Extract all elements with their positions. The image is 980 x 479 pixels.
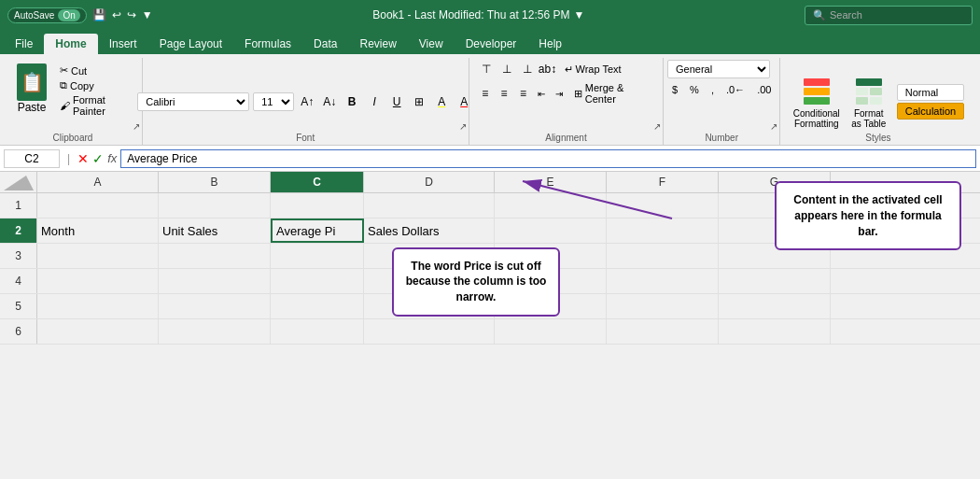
calculation-style-button[interactable]: Calculation xyxy=(897,103,964,120)
align-top-button[interactable]: ⊤ xyxy=(477,60,496,78)
cell-b6[interactable] xyxy=(159,319,271,344)
cell-e6[interactable] xyxy=(495,319,607,344)
italic-button[interactable]: I xyxy=(365,92,384,111)
cell-a6[interactable] xyxy=(37,319,159,344)
customize-icon[interactable]: ▼ xyxy=(142,8,153,21)
col-header-e[interactable]: E xyxy=(495,172,607,192)
row-header-6[interactable]: 6 xyxy=(0,319,37,344)
align-center-button[interactable]: ≡ xyxy=(496,84,512,103)
cell-f4[interactable] xyxy=(607,269,719,293)
title-dropdown-icon[interactable]: ▼ xyxy=(573,8,584,21)
number-expand-icon[interactable]: ↗ xyxy=(770,121,777,132)
decrease-decimal-button[interactable]: .0← xyxy=(721,82,749,97)
tab-home[interactable]: Home xyxy=(44,34,97,54)
col-header-b[interactable]: B xyxy=(159,172,271,192)
number-format-select[interactable]: General xyxy=(667,60,770,78)
font-expand-icon[interactable]: ↗ xyxy=(459,121,467,132)
cell-g4[interactable] xyxy=(719,269,831,293)
font-size-select[interactable]: 11 xyxy=(253,92,294,111)
cell-f6[interactable] xyxy=(607,319,719,344)
cell-c2[interactable]: Average Pi xyxy=(271,218,364,243)
comma-button[interactable]: , xyxy=(707,82,719,97)
cell-f5[interactable] xyxy=(607,294,719,318)
cell-c4[interactable] xyxy=(271,269,364,293)
row-header-4[interactable]: 4 xyxy=(0,269,37,293)
cell-e1[interactable] xyxy=(495,193,607,218)
row-header-5[interactable]: 5 xyxy=(0,294,37,318)
col-header-a[interactable]: A xyxy=(37,172,159,192)
cell-f1[interactable] xyxy=(607,193,719,218)
increase-decimal-button[interactable]: .00 xyxy=(752,82,776,97)
tab-file[interactable]: File xyxy=(4,34,44,54)
col-header-d[interactable]: D xyxy=(364,172,495,192)
cell-b3[interactable] xyxy=(159,244,271,268)
col-header-f[interactable]: F xyxy=(607,172,719,192)
cell-b5[interactable] xyxy=(159,294,271,318)
confirm-formula-icon[interactable]: ✓ xyxy=(92,151,104,166)
cell-f2[interactable] xyxy=(607,218,719,243)
cell-a2[interactable]: Month xyxy=(37,218,159,243)
copy-button[interactable]: ⧉ Copy xyxy=(56,78,134,92)
decrease-indent-button[interactable]: ⇤ xyxy=(534,85,550,102)
cell-b1[interactable] xyxy=(159,193,271,218)
cut-button[interactable]: ✂ Cut xyxy=(56,63,134,77)
decrease-font-size-button[interactable]: A↓ xyxy=(320,92,339,111)
cell-b2[interactable]: Unit Sales xyxy=(159,218,271,243)
cell-a4[interactable] xyxy=(37,269,159,293)
underline-button[interactable]: U xyxy=(387,92,406,111)
tab-page-layout[interactable]: Page Layout xyxy=(148,34,233,54)
col-header-c[interactable]: C xyxy=(271,172,364,192)
align-left-button[interactable]: ≡ xyxy=(477,84,494,103)
tab-help[interactable]: Help xyxy=(527,34,573,54)
wrap-text-button[interactable]: ↵ Wrap Text xyxy=(559,62,627,77)
tab-formulas[interactable]: Formulas xyxy=(233,34,302,54)
align-right-button[interactable]: ≡ xyxy=(514,84,531,103)
row-header-3[interactable]: 3 xyxy=(0,244,37,268)
text-orientation-button[interactable]: ab↕ xyxy=(539,60,557,78)
conditional-formatting-button[interactable]: Conditional Formatting xyxy=(792,73,841,131)
cancel-formula-icon[interactable]: ✕ xyxy=(77,151,89,166)
format-painter-button[interactable]: 🖌 Format Painter xyxy=(56,93,134,118)
borders-button[interactable]: ⊞ xyxy=(410,92,428,111)
normal-style-button[interactable]: Normal xyxy=(897,84,964,101)
align-middle-button[interactable]: ⊥ xyxy=(497,60,516,78)
cell-a5[interactable] xyxy=(37,294,159,318)
tab-insert[interactable]: Insert xyxy=(98,34,148,54)
tab-developer[interactable]: Developer xyxy=(455,34,528,54)
cell-b4[interactable] xyxy=(159,269,271,293)
cell-d6[interactable] xyxy=(364,319,495,344)
redo-icon[interactable]: ↪ xyxy=(127,8,136,21)
tab-data[interactable]: Data xyxy=(302,34,348,54)
cell-e2[interactable] xyxy=(495,218,607,243)
cell-c6[interactable] xyxy=(271,319,364,344)
cell-f3[interactable] xyxy=(607,244,719,268)
cell-a3[interactable] xyxy=(37,244,159,268)
cell-c3[interactable] xyxy=(271,244,364,268)
bold-button[interactable]: B xyxy=(343,92,361,111)
autosave-toggle[interactable]: AutoSave On xyxy=(7,7,87,23)
format-as-table-button[interactable]: Format as Table xyxy=(845,73,893,131)
cell-g6[interactable] xyxy=(719,319,831,344)
merge-center-button[interactable]: ⊞ Merge & Center xyxy=(568,80,656,106)
cell-c1[interactable] xyxy=(271,193,364,218)
paste-button[interactable]: 📋 Paste xyxy=(11,60,52,118)
alignment-expand-icon[interactable]: ↗ xyxy=(653,121,661,132)
cell-a1[interactable] xyxy=(37,193,159,218)
increase-font-size-button[interactable]: A↑ xyxy=(298,92,316,111)
percent-button[interactable]: % xyxy=(685,82,704,97)
search-box[interactable]: 🔍 Search xyxy=(805,6,973,25)
cell-d1[interactable] xyxy=(364,193,495,218)
tab-review[interactable]: Review xyxy=(348,34,407,54)
row-header-2[interactable]: 2 xyxy=(0,218,37,243)
font-family-select[interactable]: Calibri xyxy=(137,92,249,111)
cell-g5[interactable] xyxy=(719,294,831,318)
cell-d2[interactable]: Sales Dollars xyxy=(364,218,495,243)
increase-indent-button[interactable]: ⇥ xyxy=(551,85,567,102)
undo-icon[interactable]: ↩ xyxy=(112,8,121,21)
formula-content[interactable]: Average Price xyxy=(120,149,976,168)
save-icon[interactable]: 💾 xyxy=(92,8,106,21)
cell-c5[interactable] xyxy=(271,294,364,318)
tab-view[interactable]: View xyxy=(408,34,455,54)
fill-color-button[interactable]: A xyxy=(432,92,451,111)
cell-reference-input[interactable] xyxy=(4,149,60,168)
